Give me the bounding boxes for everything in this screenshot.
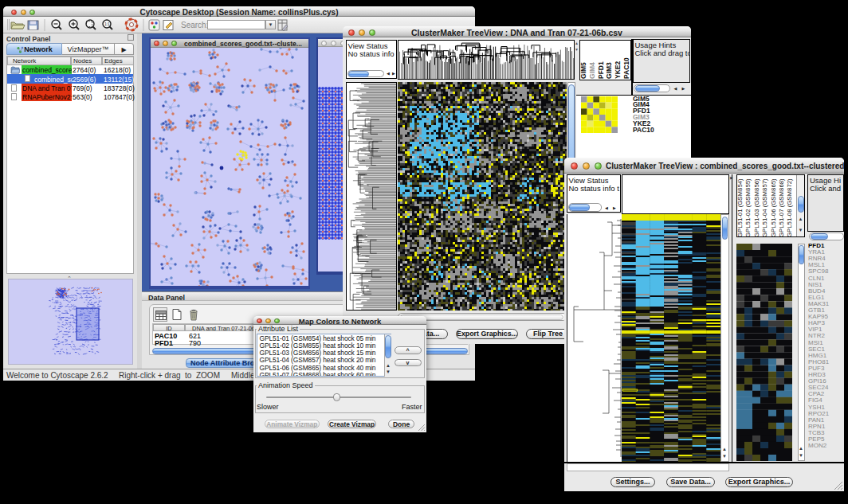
svg-text:GPL51-03 (GSM856): GPL51-03 (GSM856) [753,178,760,236]
svg-text:GPL51-01 (GSM854): GPL51-01 (GSM854) [737,178,744,236]
svg-text:GPL51-08 (GSM872): GPL51-08 (GSM872) [786,178,793,236]
svg-text:GIM5: GIM5 [580,62,587,79]
svg-text:YKE2: YKE2 [614,61,622,79]
svg-text:GIM4: GIM4 [588,62,596,79]
svg-text:PFD1: PFD1 [597,61,605,79]
svg-text:GPL51-04 (GSM857): GPL51-04 (GSM857) [761,178,768,236]
svg-text:GPL51-02 (GSM855): GPL51-02 (GSM855) [744,178,752,236]
svg-text:GIM3: GIM3 [605,62,613,79]
svg-text:GPL51-07 (GSM868): GPL51-07 (GSM868) [778,178,785,236]
svg-text:GPL51-06 (GSM865): GPL51-06 (GSM865) [770,178,777,236]
svg-text:PAC10: PAC10 [622,57,630,79]
svg-text:1:1: 1:1 [104,22,110,26]
